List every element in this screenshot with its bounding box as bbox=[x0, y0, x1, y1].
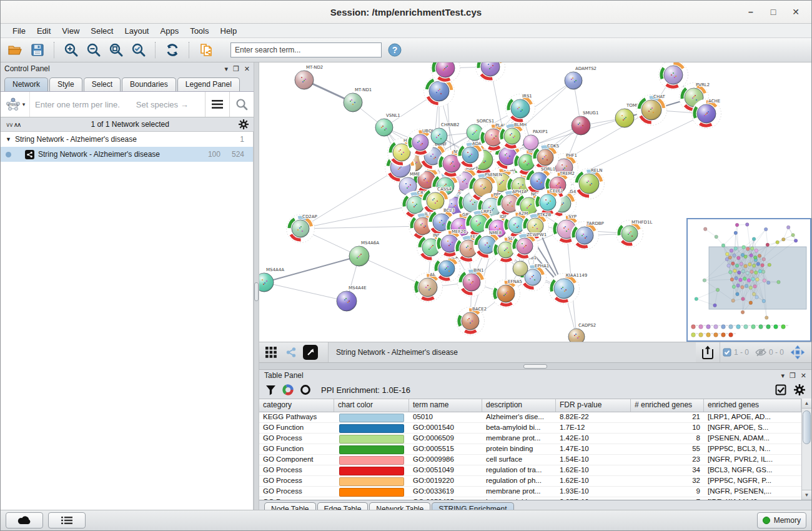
column-header-category[interactable]: category bbox=[259, 399, 334, 412]
ring-chart-icon[interactable] bbox=[300, 384, 311, 395]
cloud-tasks-button[interactable] bbox=[6, 512, 43, 529]
export-view-button[interactable] bbox=[700, 344, 716, 360]
network-node[interactable]: ZCWPW1 bbox=[512, 232, 547, 260]
collapse-all-icon[interactable]: ∨∨ bbox=[6, 121, 12, 128]
share-view-button[interactable] bbox=[283, 344, 299, 360]
network-node[interactable]: KIAA1149 bbox=[549, 273, 588, 304]
network-node[interactable]: BACE2 bbox=[457, 307, 487, 335]
string-search-button[interactable] bbox=[229, 92, 254, 117]
select-all-checkbox-icon[interactable] bbox=[775, 384, 786, 395]
string-options-button[interactable] bbox=[205, 92, 229, 117]
network-row[interactable]: String Network - Alzheimer's disease 100… bbox=[1, 147, 253, 162]
selected-nodes-badge[interactable]: 1 - 0 bbox=[723, 348, 749, 357]
table-row[interactable]: GO ProcessGO:0033619membrane prot...1.93… bbox=[259, 487, 801, 497]
network-canvas[interactable]: MT-ND2MT-ND1VSNL1GAB2ADAMTS2PVRL2TOMM40S… bbox=[259, 62, 811, 342]
network-node[interactable]: CHRNB2 bbox=[431, 122, 460, 144]
network-node[interactable]: CHAT bbox=[636, 94, 667, 126]
column-header-term-name[interactable]: term name bbox=[409, 399, 482, 412]
close-icon[interactable]: ✕ bbox=[789, 7, 803, 17]
network-node[interactable]: CD2AP bbox=[287, 214, 317, 243]
tab-legend-panel[interactable]: Legend Panel bbox=[177, 77, 240, 91]
zoom-out-button[interactable] bbox=[84, 41, 103, 59]
tab-network[interactable]: Network bbox=[4, 77, 48, 91]
network-node[interactable]: CADPS2 bbox=[568, 323, 596, 342]
scrollbar-thumb[interactable] bbox=[803, 410, 811, 444]
network-node[interactable]: ADAMTS2 bbox=[565, 66, 597, 89]
zoom-in-button[interactable] bbox=[62, 41, 81, 59]
network-node[interactable]: SMUG1 bbox=[572, 111, 598, 135]
zoom-fit-button[interactable] bbox=[107, 41, 126, 59]
splitter-grip[interactable] bbox=[254, 282, 259, 301]
panel-menu-icon[interactable]: ▾ bbox=[781, 372, 785, 380]
column-header-FDR-p-value[interactable]: FDR p-value bbox=[556, 399, 631, 412]
network-collection-row[interactable]: ▼ String Network - Alzheimer's disease 1 bbox=[1, 132, 253, 147]
menu-item-edit[interactable]: Edit bbox=[31, 25, 56, 37]
tab-boundaries[interactable]: Boundaries bbox=[122, 77, 176, 91]
table-row[interactable]: GO ProcessGO:0019220regulation of ph...1… bbox=[259, 476, 801, 487]
tree-expander-icon[interactable]: ▼ bbox=[6, 136, 11, 142]
enrichment-chart-icon[interactable] bbox=[282, 384, 294, 395]
splitter-grip[interactable] bbox=[523, 364, 547, 369]
memory-button[interactable]: Memory bbox=[757, 512, 806, 529]
column-header-description[interactable]: description bbox=[482, 399, 556, 412]
network-node[interactable]: MT-ND1 bbox=[344, 87, 372, 112]
hidden-elements-badge[interactable]: 0 - 0 bbox=[755, 348, 784, 357]
menu-item-file[interactable]: File bbox=[7, 25, 31, 37]
help-button[interactable]: ? bbox=[385, 41, 404, 59]
network-node[interactable]: EFNA5 bbox=[492, 279, 522, 308]
open-session-button[interactable] bbox=[6, 41, 24, 59]
column-header-chart-color[interactable]: chart color bbox=[334, 399, 409, 412]
network-node[interactable]: MS4A6A bbox=[349, 241, 379, 266]
birds-eye-view[interactable] bbox=[686, 218, 811, 342]
filter-icon[interactable] bbox=[265, 385, 276, 395]
network-node[interactable]: MS4A4A bbox=[259, 267, 284, 292]
network-node[interactable]: RELN bbox=[574, 168, 605, 199]
string-protein-query-button[interactable]: STRING ▾ bbox=[1, 92, 30, 117]
menu-item-apps[interactable]: Apps bbox=[155, 25, 185, 37]
menu-item-layout[interactable]: Layout bbox=[119, 25, 154, 37]
pan-navigation-icon[interactable] bbox=[790, 345, 805, 360]
table-scrollbar-vertical[interactable]: ▲ ▼ bbox=[801, 399, 811, 500]
network-node[interactable]: IRS1 bbox=[506, 94, 535, 124]
network-node[interactable] bbox=[476, 62, 505, 82]
table-row[interactable]: GO FunctionGO:0005515protein binding1.47… bbox=[259, 444, 801, 455]
detach-view-button[interactable] bbox=[303, 345, 318, 360]
zoom-selected-button[interactable] bbox=[129, 41, 148, 59]
table-row[interactable]: GO ProcessGO:0006509membrane prot...1.42… bbox=[259, 434, 801, 444]
network-node[interactable]: MS4A4E bbox=[337, 285, 367, 311]
panel-splitter-vertical[interactable] bbox=[254, 62, 259, 510]
network-node[interactable] bbox=[659, 62, 688, 90]
panel-close-icon[interactable]: ✕ bbox=[801, 372, 806, 380]
grid-view-button[interactable] bbox=[263, 344, 279, 360]
table-row[interactable]: GO ComponentGO:0009986cell surface1.54E-… bbox=[259, 455, 801, 465]
menu-item-view[interactable]: View bbox=[56, 25, 85, 37]
tab-style[interactable]: Style bbox=[49, 77, 82, 91]
panel-menu-icon[interactable]: ▾ bbox=[224, 65, 228, 73]
panel-float-icon[interactable]: ❒ bbox=[233, 65, 239, 73]
expand-all-icon[interactable]: ∧∧ bbox=[14, 121, 21, 128]
string-query-input[interactable]: Enter one term per line. Set species → bbox=[30, 92, 205, 117]
gear-icon[interactable] bbox=[239, 119, 249, 129]
network-node[interactable]: MT-ND2 bbox=[295, 65, 323, 89]
network-node[interactable]: MTHFD1L bbox=[616, 220, 653, 247]
gear-icon[interactable] bbox=[794, 384, 805, 395]
panel-splitter-horizontal[interactable] bbox=[259, 362, 811, 370]
clone-network-button[interactable] bbox=[197, 41, 215, 59]
scroll-down-button[interactable]: ▼ bbox=[802, 490, 811, 500]
column-header-enriched-genes[interactable]: # enriched genes bbox=[631, 399, 704, 412]
menu-item-tools[interactable]: Tools bbox=[184, 25, 214, 37]
table-row[interactable]: GO ProcessGO:0051049regulation of tra...… bbox=[259, 465, 801, 476]
network-node[interactable]: BIN1 bbox=[458, 268, 486, 297]
search-input[interactable] bbox=[230, 42, 382, 57]
table-row[interactable]: GO FunctionGO:0001540beta-amyloid bi...1… bbox=[259, 423, 801, 434]
refresh-network-button[interactable] bbox=[163, 41, 182, 59]
save-session-button[interactable] bbox=[28, 41, 47, 59]
column-header-enriched-genes[interactable]: enriched genes bbox=[704, 399, 801, 412]
network-node[interactable]: TARDBP bbox=[571, 221, 604, 250]
panel-float-icon[interactable]: ❒ bbox=[790, 372, 796, 380]
menu-item-help[interactable]: Help bbox=[215, 25, 243, 37]
maximize-icon[interactable]: □ bbox=[766, 7, 780, 17]
scroll-up-button[interactable]: ▲ bbox=[802, 399, 811, 409]
tab-select[interactable]: Select bbox=[84, 77, 121, 91]
menu-item-select[interactable]: Select bbox=[85, 25, 119, 37]
